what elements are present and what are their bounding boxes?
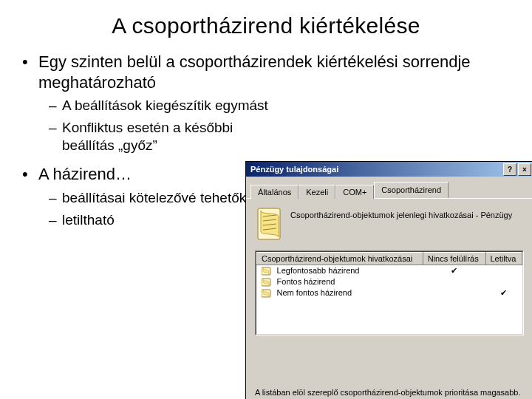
policy-row[interactable]: Nem fontos házirend ✔ [257,287,522,299]
help-button[interactable]: ? [503,163,516,176]
tab-pane: Csoportházirend-objektumok jelenlegi hiv… [246,199,532,343]
policy-icon [262,267,272,276]
policy-table: Csoportházirend-objektumok hivatkozásai … [256,252,522,334]
cell-disabled [485,265,522,277]
bullet-2-1: beállításai kötelezővé tehetők [49,189,262,207]
tab-complus[interactable]: COM+ [335,185,374,199]
dialog-title: Pénzügy tulajdonságai [250,165,338,174]
bullet-2-1-text: beállításai kötelezővé tehetők [62,190,246,205]
policy-document-icon [256,208,283,240]
pane-heading: Csoportházirend-objektumok jelenlegi hiv… [255,206,524,243]
slide-title: A csoportházirend kiértékelése [21,13,511,38]
policy-listbox[interactable]: Csoportházirend-objektumok hivatkozásai … [255,250,524,335]
policy-row[interactable]: Fontos házirend [257,276,522,287]
policy-row-label: Fontos házirend [277,277,335,286]
col-links[interactable]: Csoportházirend-objektumok hivatkozásai [257,253,423,265]
cell-disabled [485,276,522,287]
tab-strip: Általános Kezeli COM+ Csoportházirend [246,177,532,199]
policy-icon [262,289,272,298]
cell-disabled: ✔ [485,287,522,299]
col-no-override[interactable]: Nincs felülírás [423,253,485,265]
cell-no-override [423,276,485,287]
cell-no-override [423,287,485,299]
bullet-2-text: A házirend… [38,165,132,183]
properties-dialog: Pénzügy tulajdonságai ? × Általános Keze… [245,161,532,399]
bullet-1-1-text: A beállítások kiegészítik egymást [62,98,268,113]
dialog-titlebar[interactable]: Pénzügy tulajdonságai ? × [246,162,532,177]
cell-no-override: ✔ [423,265,485,277]
bullet-1: Egy szinten belül a csoportházirendek ki… [21,52,511,154]
slide: A csoportházirend kiértékelése Egy szint… [0,0,532,399]
policy-row[interactable]: Legfontosabb házirend ✔ [257,265,522,277]
bullet-1-2: Konfliktus esetén a későbbi beállítás „g… [49,119,262,154]
bullet-1-2-text: Konfliktus esetén a későbbi beállítás „g… [62,120,233,153]
tab-managed-by[interactable]: Kezeli [299,185,335,199]
policy-row-label: Legfontosabb házirend [277,266,360,275]
bullet-1-sublist: A beállítások kiegészítik egymást Konfli… [38,97,511,154]
bullet-2-2-text: letiltható [62,212,115,228]
col-disabled[interactable]: Letiltva [485,253,522,265]
bullet-1-text: Egy szinten belül a csoportházirendek ki… [38,52,471,92]
close-button[interactable]: × [518,163,531,176]
policy-row-label: Nem fontos házirend [277,288,352,297]
bullet-1-1: A beállítások kiegészítik egymást [49,97,511,115]
policy-icon [262,278,272,287]
tab-general[interactable]: Általános [250,185,299,199]
dialog-footnote: A listában elöl szereplő csoportházirend… [255,385,524,397]
tab-group-policy[interactable]: Csoportházirend [374,182,449,198]
